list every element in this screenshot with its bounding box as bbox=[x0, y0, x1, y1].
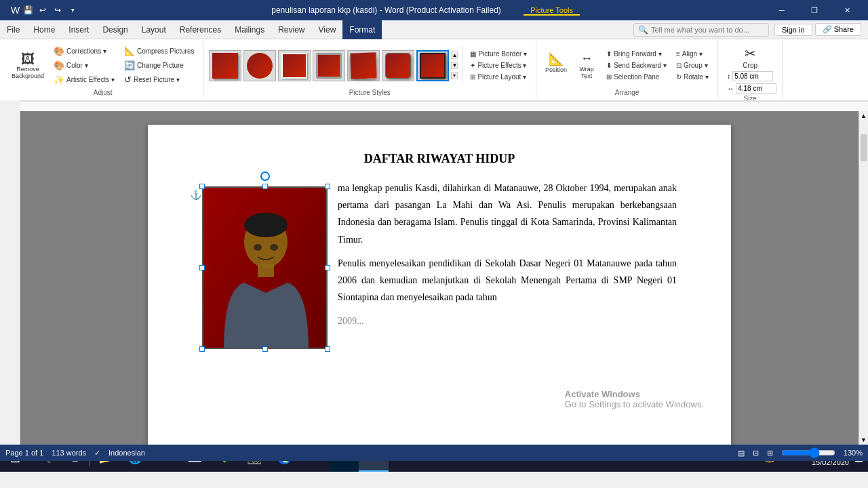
pic-effects-icon: ✦ bbox=[470, 62, 475, 69]
tab-mailings[interactable]: Mailings bbox=[228, 20, 271, 39]
view-web-btn[interactable]: ⊟ bbox=[753, 449, 759, 458]
style-up-btn[interactable]: ▲ bbox=[451, 52, 458, 59]
artistic-effects-btn[interactable]: ✨ Artistic Effects ▾ bbox=[50, 73, 118, 86]
corrections-btn[interactable]: 🎨 Corrections ▾ bbox=[50, 45, 118, 58]
reset-picture-btn[interactable]: ↺ Reset Picture ▾ bbox=[121, 73, 197, 86]
scroll-down-btn[interactable]: ▼ bbox=[859, 435, 869, 445]
style-thumb-6[interactable] bbox=[382, 50, 414, 81]
bring-fwd-icon: ⬆ bbox=[606, 50, 612, 58]
share-btn[interactable]: 🔗 Share bbox=[815, 23, 861, 36]
scroll-up-btn[interactable]: ▲ bbox=[859, 111, 869, 121]
rotate-icon: ↻ bbox=[676, 73, 682, 81]
handle-bot-left[interactable] bbox=[199, 346, 205, 352]
undo-btn[interactable]: ↩ bbox=[36, 3, 50, 17]
ribbon-group-adjust: 🖼 Remove Background 🎨 Corrections ▾ 🎨 Co… bbox=[3, 41, 203, 99]
title-bar-left: W 💾 ↩ ↪ ▾ bbox=[5, 3, 85, 17]
rotate-handle[interactable] bbox=[260, 171, 270, 181]
search-bar[interactable]: 🔍 bbox=[633, 23, 769, 37]
compress-icon: 📐 bbox=[124, 46, 135, 56]
image-container[interactable]: ⚓ ≡ bbox=[202, 186, 328, 349]
tab-design[interactable]: Design bbox=[96, 20, 134, 39]
crop-btn[interactable]: ✂ Crop bbox=[735, 43, 766, 71]
title-bar: W 💾 ↩ ↪ ▾ penulisan laporan kkp (kasdi) … bbox=[0, 0, 868, 20]
sign-in-btn[interactable]: Sign in bbox=[774, 24, 812, 36]
send-bwd-icon: ⬇ bbox=[606, 62, 612, 69]
horizontal-ruler bbox=[20, 100, 868, 111]
tab-references[interactable]: References bbox=[173, 20, 228, 39]
page-info: Page 1 of 1 bbox=[5, 449, 43, 457]
align-icon: ≡ bbox=[676, 50, 680, 58]
document-area[interactable]: DAFTAR RIWAYAT HIDUP ⚓ ≡ bbox=[20, 111, 859, 445]
zoom-slider[interactable] bbox=[781, 447, 835, 458]
activate-line2: Go to Settings to activate Windows. bbox=[565, 399, 704, 409]
scroll-thumb[interactable] bbox=[861, 134, 867, 161]
tab-file[interactable]: File bbox=[0, 20, 26, 39]
style-thumb-3[interactable] bbox=[278, 50, 311, 81]
handle-mid-left[interactable] bbox=[199, 265, 205, 270]
svg-point-8 bbox=[270, 244, 278, 251]
wrap-text-btn[interactable]: ↔ Wrap Text bbox=[573, 49, 600, 81]
height-input[interactable] bbox=[732, 71, 773, 81]
adjust-col-right: 🎨 Corrections ▾ 🎨 Color ▾ ✨ Artistic Eff… bbox=[50, 45, 118, 86]
compress-btn[interactable]: 📐 Compress Pictures bbox=[121, 45, 197, 58]
anchor-icon: ⚓ bbox=[190, 189, 201, 200]
save-btn[interactable]: 💾 bbox=[21, 3, 35, 17]
svg-rect-6 bbox=[258, 264, 274, 277]
picture-layout-btn[interactable]: ⊞ Picture Layout ▾ bbox=[467, 72, 530, 82]
pic-layout-icon: ⊞ bbox=[470, 73, 475, 81]
corrections-icon: 🎨 bbox=[54, 46, 64, 56]
group-btn[interactable]: ⊡ Group ▾ bbox=[673, 60, 712, 70]
align-btn[interactable]: ≡ Align ▾ bbox=[673, 49, 712, 59]
photo-image[interactable] bbox=[202, 186, 328, 349]
change-pic-icon: 🔄 bbox=[124, 60, 135, 70]
tab-home[interactable]: Home bbox=[26, 20, 62, 39]
tab-layout[interactable]: Layout bbox=[135, 20, 173, 39]
picture-border-btn[interactable]: ▦ Picture Border ▾ bbox=[467, 49, 530, 59]
view-read-btn[interactable]: ⊞ bbox=[767, 449, 773, 458]
handle-top-right[interactable] bbox=[325, 184, 330, 189]
view-print-btn[interactable]: ▤ bbox=[738, 449, 745, 458]
send-backward-btn[interactable]: ⬇ Send Backward ▾ bbox=[603, 60, 670, 70]
change-picture-btn[interactable]: 🔄 Change Picture bbox=[121, 59, 197, 72]
tab-review[interactable]: Review bbox=[271, 20, 311, 39]
handle-bot-right[interactable] bbox=[325, 346, 330, 352]
remove-background-btn[interactable]: 🖼 Remove Background bbox=[8, 50, 47, 81]
window-controls: ─ ❐ ✕ bbox=[766, 0, 863, 20]
picture-effects-btn[interactable]: ✦ Picture Effects ▾ bbox=[467, 60, 530, 70]
style-thumb-7[interactable] bbox=[416, 50, 449, 81]
style-thumb-1[interactable] bbox=[209, 50, 241, 81]
status-bar: Page 1 of 1 113 words ✓ Indonesian ▤ ⊟ ⊞… bbox=[0, 445, 868, 461]
handle-top-mid[interactable] bbox=[262, 184, 268, 189]
word-count: 113 words bbox=[52, 449, 86, 457]
style-thumb-2[interactable] bbox=[243, 50, 276, 81]
position-btn[interactable]: 📐 Position bbox=[542, 49, 570, 81]
handle-bot-mid[interactable] bbox=[262, 346, 268, 352]
style-thumb-5[interactable] bbox=[347, 50, 380, 81]
redo-btn[interactable]: ↪ bbox=[51, 3, 64, 17]
minimize-btn[interactable]: ─ bbox=[766, 0, 797, 20]
customize-btn[interactable]: ▾ bbox=[66, 3, 79, 17]
crop-inner: ✂ Crop bbox=[735, 43, 766, 71]
close-btn[interactable]: ✕ bbox=[831, 0, 863, 20]
document-page: DAFTAR RIWAYAT HIDUP ⚓ ≡ bbox=[148, 125, 731, 445]
style-down-btn[interactable]: ▼ bbox=[451, 62, 458, 69]
selection-pane-btn[interactable]: ⊞ Selection Pane bbox=[603, 72, 670, 82]
bring-forward-btn[interactable]: ⬆ Bring Forward ▾ bbox=[603, 49, 670, 59]
color-btn[interactable]: 🎨 Color ▾ bbox=[50, 59, 118, 72]
search-input[interactable] bbox=[651, 26, 764, 34]
restore-btn[interactable]: ❐ bbox=[799, 0, 830, 20]
vertical-scrollbar[interactable]: ▲ ▼ bbox=[859, 111, 868, 445]
rotate-btn[interactable]: ↻ Rotate ▾ bbox=[673, 72, 712, 82]
style-thumb-4[interactable] bbox=[313, 50, 345, 81]
style-more-btn[interactable]: ▾ bbox=[451, 72, 458, 79]
handle-mid-right[interactable] bbox=[325, 265, 330, 270]
title-bar-title: penulisan laporan kkp (kasdi) - Word (Pr… bbox=[85, 5, 766, 15]
width-input[interactable] bbox=[736, 83, 776, 94]
sep1 bbox=[462, 46, 462, 85]
width-input-row: ↔ bbox=[727, 83, 776, 94]
tab-view[interactable]: View bbox=[312, 20, 343, 39]
handle-top-left[interactable] bbox=[199, 184, 205, 189]
style-thumbnails: ▲ ▼ ▾ bbox=[209, 50, 458, 81]
tab-format[interactable]: Format bbox=[342, 20, 382, 39]
tab-insert[interactable]: Insert bbox=[62, 20, 96, 39]
